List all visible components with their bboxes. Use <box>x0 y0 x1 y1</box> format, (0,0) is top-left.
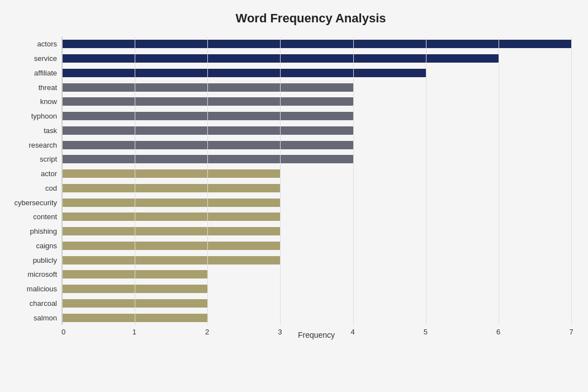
x-tick-label: 0 <box>61 328 65 336</box>
bar <box>62 83 353 92</box>
x-axis-label: Frequency <box>61 330 571 339</box>
bars-and-grid <box>61 37 571 325</box>
bar <box>62 314 207 322</box>
y-label: phishing <box>6 224 61 239</box>
x-tick-label: 6 <box>496 328 500 336</box>
bar-row <box>62 310 571 325</box>
bar <box>62 199 280 207</box>
bar <box>62 169 280 178</box>
bar-row <box>62 282 571 296</box>
bar <box>62 112 353 120</box>
x-tick-label: 7 <box>569 328 573 336</box>
chart-area: actorsserviceaffiliatethreatknowtyphoont… <box>6 37 571 339</box>
bar <box>62 69 426 77</box>
y-label: microsoft <box>6 267 61 282</box>
bar <box>62 155 353 163</box>
bar-row <box>62 152 571 167</box>
y-label: actors <box>6 37 61 51</box>
bar <box>62 54 499 63</box>
x-tick-label: 3 <box>278 328 282 336</box>
bar-row <box>62 124 571 138</box>
bar <box>62 285 207 293</box>
bar-row <box>62 51 571 66</box>
bar-row <box>62 253 571 267</box>
y-label: caigns <box>6 239 61 253</box>
bar-row <box>62 181 571 196</box>
bar-row <box>62 296 571 311</box>
bar <box>62 184 280 192</box>
bar-row <box>62 37 571 51</box>
bar <box>62 242 280 250</box>
bars-section: actorsserviceaffiliatethreatknowtyphoont… <box>6 37 571 325</box>
y-label: research <box>6 138 61 152</box>
bar-row <box>62 224 571 239</box>
chart-container: Word Frequency Analysis actorsserviceaff… <box>0 0 588 392</box>
y-label: salmon <box>6 310 61 325</box>
y-label: cod <box>6 181 61 196</box>
y-label: affiliate <box>6 66 61 81</box>
bar-row <box>62 109 571 124</box>
y-label: script <box>6 152 61 167</box>
y-label: service <box>6 51 61 66</box>
y-label: malicious <box>6 282 61 296</box>
x-tick-label: 1 <box>132 328 136 336</box>
bar <box>62 40 571 48</box>
bar <box>62 256 280 265</box>
bar <box>62 299 207 308</box>
x-tick-label: 5 <box>424 328 428 336</box>
bar-rows <box>62 37 571 325</box>
bar-row <box>62 195 571 210</box>
bar-row <box>62 95 571 109</box>
bar <box>62 126 353 135</box>
bar-row <box>62 239 571 253</box>
chart-title: Word Frequency Analysis <box>6 11 571 26</box>
y-label: cybersecurity <box>6 195 61 210</box>
x-tick-label: 2 <box>205 328 209 336</box>
bar <box>62 97 353 106</box>
x-axis: 01234567 <box>61 325 571 328</box>
bar-row <box>62 267 571 282</box>
bar-row <box>62 210 571 224</box>
y-label: publicly <box>6 253 61 267</box>
bar-row <box>62 66 571 81</box>
bar-row <box>62 167 571 181</box>
bar-row <box>62 138 571 152</box>
y-label: threat <box>6 80 61 95</box>
y-label: task <box>6 124 61 138</box>
bar <box>62 270 207 278</box>
y-labels: actorsserviceaffiliatethreatknowtyphoont… <box>6 37 61 325</box>
x-tick-label: 4 <box>351 328 355 336</box>
y-label: know <box>6 95 61 109</box>
y-label: typhoon <box>6 109 61 124</box>
bar <box>62 227 280 235</box>
y-label: actor <box>6 167 61 181</box>
grid-line <box>571 37 572 325</box>
bar <box>62 212 280 221</box>
bar <box>62 141 353 149</box>
bar-row <box>62 80 571 95</box>
y-label: charcoal <box>6 296 61 311</box>
y-label: content <box>6 210 61 224</box>
